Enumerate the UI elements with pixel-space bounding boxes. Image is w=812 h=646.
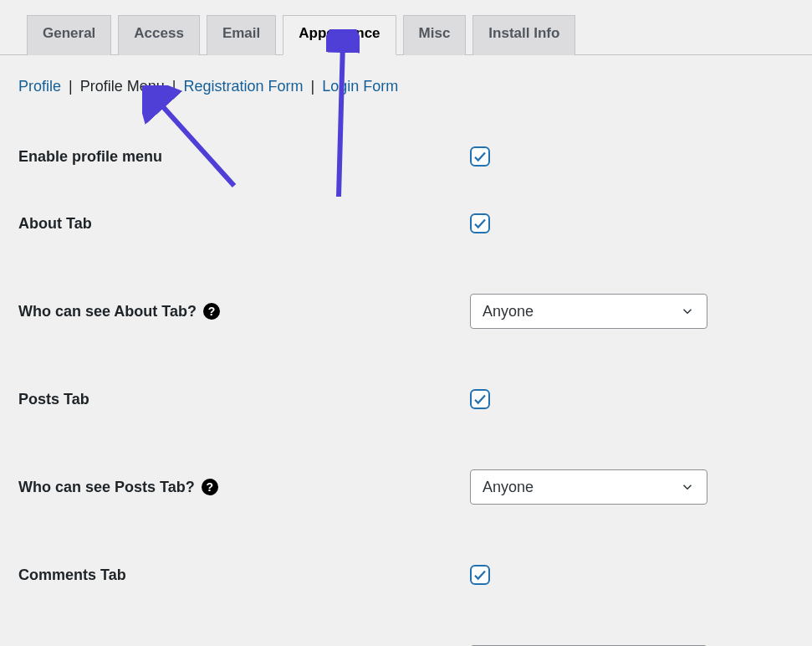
- about-tab-label: About Tab: [18, 215, 92, 233]
- main-tabs: General Access Email Appearance Misc Ins…: [0, 0, 812, 55]
- who-see-about-select[interactable]: Anyone: [470, 294, 707, 329]
- row-who-see-comments: Who can see Comments Tab? ? Anyone: [0, 615, 812, 646]
- comments-tab-label: Comments Tab: [18, 567, 126, 584]
- who-see-about-value: Anyone: [483, 303, 534, 320]
- separator: |: [65, 78, 76, 95]
- who-see-posts-select[interactable]: Anyone: [470, 469, 707, 505]
- help-icon[interactable]: ?: [202, 479, 218, 495]
- posts-tab-label: Posts Tab: [18, 391, 89, 408]
- subnav-profile[interactable]: Profile: [18, 78, 61, 95]
- subnav-profile-menu[interactable]: Profile Menu: [80, 78, 165, 95]
- tab-misc[interactable]: Misc: [403, 15, 467, 55]
- row-who-see-posts: Who can see Posts Tab? ? Anyone: [0, 439, 812, 535]
- row-who-see-about: Who can see About Tab? ? Anyone: [0, 264, 812, 359]
- check-icon: [472, 567, 488, 582]
- subnav-registration-form[interactable]: Registration Form: [184, 78, 304, 95]
- sub-navigation: Profile | Profile Menu | Registration Fo…: [0, 55, 812, 96]
- check-icon: [472, 149, 488, 164]
- who-see-posts-label: Who can see Posts Tab?: [18, 479, 195, 496]
- posts-tab-checkbox[interactable]: [470, 389, 490, 409]
- who-see-posts-value: Anyone: [483, 479, 534, 496]
- who-see-about-label: Who can see About Tab?: [18, 303, 197, 320]
- separator: |: [169, 78, 180, 95]
- row-comments-tab: Comments Tab: [0, 535, 812, 615]
- chevron-down-icon: [680, 479, 695, 495]
- enable-profile-menu-checkbox[interactable]: [470, 146, 490, 167]
- row-about-tab: About Tab: [0, 183, 812, 264]
- help-icon[interactable]: ?: [203, 303, 220, 320]
- comments-tab-checkbox[interactable]: [470, 565, 490, 585]
- check-icon: [472, 392, 488, 407]
- enable-profile-menu-label: Enable profile menu: [18, 148, 162, 166]
- settings-form: Enable profile menu About Tab Who can se…: [0, 130, 812, 646]
- subnav-login-form[interactable]: Login Form: [322, 78, 398, 95]
- tab-general[interactable]: General: [27, 15, 111, 55]
- row-enable-profile-menu: Enable profile menu: [0, 130, 812, 183]
- tab-email[interactable]: Email: [207, 15, 276, 55]
- row-posts-tab: Posts Tab: [0, 359, 812, 439]
- tab-access[interactable]: Access: [118, 15, 200, 55]
- tab-appearance[interactable]: Appearance: [283, 15, 396, 55]
- separator: |: [308, 78, 319, 95]
- chevron-down-icon: [680, 304, 695, 319]
- check-icon: [472, 216, 488, 231]
- tab-install-info[interactable]: Install Info: [472, 15, 575, 55]
- about-tab-checkbox[interactable]: [470, 213, 490, 233]
